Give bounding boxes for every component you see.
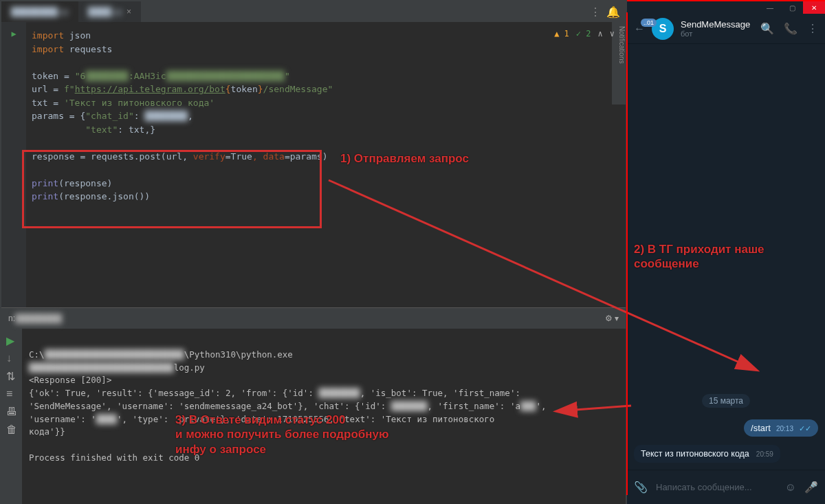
message-time: 20:59 xyxy=(756,450,773,458)
message-in[interactable]: Текст из питоновского кода 20:59 xyxy=(634,445,780,463)
message-text: Текст из питоновского кода xyxy=(641,449,749,459)
search-icon[interactable]: 🔍 xyxy=(760,22,774,35)
chat-header: ←..01 S SendMeMessage бот 🔍 📞 ⋮ xyxy=(627,14,825,44)
bot-name: SendMeMessage xyxy=(681,19,754,30)
editor-area[interactable]: ▶ ▲ 1 ✓ 2 ∧ ∨ import json import request… xyxy=(1,22,626,307)
close-icon[interactable]: × xyxy=(126,7,131,17)
gutter: ▶ xyxy=(1,22,26,307)
inspection-bar[interactable]: ▲ 1 ✓ 2 ∧ ∨ xyxy=(554,28,615,40)
run-header: n: ████████ ⚙ ▾ xyxy=(1,308,626,329)
telegram-panel: — ▢ ✕ ←..01 S SendMeMessage бот 🔍 📞 ⋮ 15… xyxy=(627,0,825,504)
ok-icon: ✓ 2 xyxy=(576,28,591,40)
more-icon[interactable]: ⋮ xyxy=(590,6,601,19)
wrap-icon[interactable]: ⇅ xyxy=(6,370,17,381)
header-actions: 🔍 📞 ⋮ xyxy=(760,22,818,35)
window-titlebar: — ▢ ✕ xyxy=(627,1,825,14)
bell-icon[interactable]: 🔔 xyxy=(606,6,620,19)
tab-2[interactable]: ████.py× xyxy=(78,1,141,22)
run-label: n: xyxy=(8,314,15,323)
print-icon[interactable]: 🖶 xyxy=(6,406,17,417)
stop-icon[interactable]: ↓ xyxy=(6,352,17,363)
tab-1[interactable]: ████████.py xyxy=(1,1,78,22)
chevron-up-icon[interactable]: ∧ xyxy=(598,28,603,40)
rerun-icon[interactable]: ▶ xyxy=(6,334,17,345)
read-checks-icon: ✓✓ xyxy=(799,424,811,433)
mic-icon[interactable]: 🎤 xyxy=(804,481,818,494)
more-icon[interactable]: ⋮ xyxy=(807,22,818,35)
gear-icon[interactable]: ⚙ ▾ xyxy=(605,314,619,323)
date-badge: 15 марта xyxy=(702,394,750,408)
maximize-button[interactable]: ▢ xyxy=(781,1,803,14)
run-panel: n: ████████ ⚙ ▾ ▶ ↓ ⇅ ≡ 🖶 🗑 C:\█████████… xyxy=(1,307,626,504)
chevron-down-icon[interactable]: ∨ xyxy=(610,28,615,40)
emoji-icon[interactable]: ☺ xyxy=(785,481,796,494)
ide-panel: ████████.py ████.py× ⋮ 🔔 Notifications ▶… xyxy=(0,0,627,504)
bot-status: бот xyxy=(681,30,754,38)
code-editor[interactable]: ▲ 1 ✓ 2 ∧ ∨ import json import requests … xyxy=(26,22,626,307)
chat-title[interactable]: SendMeMessage бот xyxy=(681,19,754,38)
close-button[interactable]: ✕ xyxy=(803,1,825,14)
run-config-blur: ████████ xyxy=(15,314,62,323)
message-input-bar: 📎 ☺ 🎤 xyxy=(627,470,825,504)
phone-icon[interactable]: 📞 xyxy=(784,22,798,35)
unread-badge: ..01 xyxy=(641,19,657,27)
trash-icon[interactable]: 🗑 xyxy=(6,424,17,435)
message-text: /start xyxy=(751,423,771,433)
minimize-button[interactable]: — xyxy=(759,1,781,14)
message-input[interactable] xyxy=(656,482,777,492)
console-output[interactable]: C:\███████████████████████████\Python310… xyxy=(22,329,626,504)
message-time: 20:13 xyxy=(776,425,793,432)
scroll-icon[interactable]: ≡ xyxy=(6,388,17,399)
message-out[interactable]: /start 20:13 ✓✓ xyxy=(744,419,818,437)
run-toolbar: ▶ ↓ ⇅ ≡ 🖶 🗑 xyxy=(1,329,22,504)
warning-icon: ▲ 1 xyxy=(554,28,569,40)
tab-bar: ████████.py ████.py× ⋮ 🔔 xyxy=(1,1,626,22)
back-button[interactable]: ←..01 xyxy=(634,23,645,35)
chat-area[interactable]: 15 марта /start 20:13 ✓✓ Текст из питоно… xyxy=(627,44,825,470)
attach-icon[interactable]: 📎 xyxy=(634,481,648,494)
